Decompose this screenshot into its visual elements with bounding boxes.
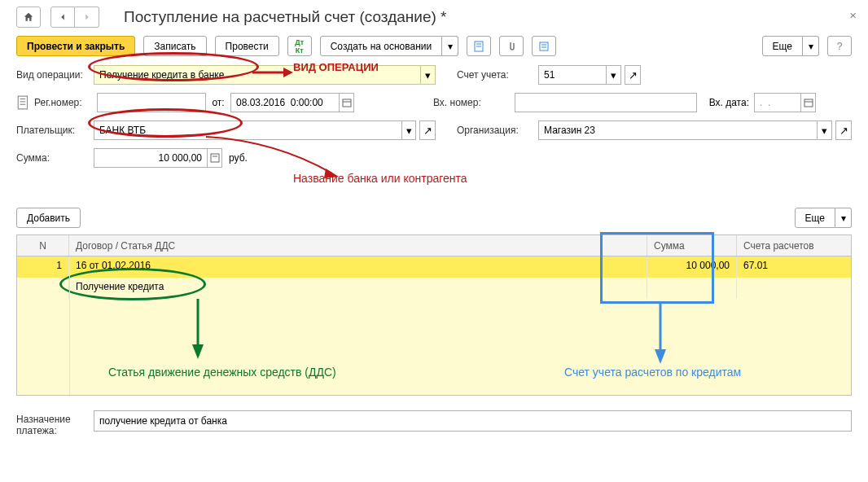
calendar-icon: [342, 98, 352, 107]
calendar-icon: [804, 98, 813, 107]
organization-open-button[interactable]: ↗: [835, 120, 852, 140]
svg-marker-22: [655, 349, 666, 364]
header-sum[interactable]: Сумма: [647, 235, 737, 256]
document-icon: [473, 41, 484, 52]
in-date-picker-button[interactable]: [801, 93, 816, 112]
organization-field[interactable]: [538, 120, 818, 140]
in-date-field[interactable]: [754, 93, 801, 112]
date-picker-button[interactable]: [340, 93, 354, 112]
dtkt-icon: ДтКт: [295, 38, 304, 55]
date-field[interactable]: [230, 93, 340, 112]
page-title: Поступление на расчетный счет (создание)…: [124, 8, 447, 26]
reg-number-label: Рег.номер:: [34, 97, 97, 108]
account-field[interactable]: [538, 65, 607, 85]
in-number-field[interactable]: [515, 93, 697, 112]
in-date-label: Вх. дата:: [697, 97, 754, 108]
calculator-icon: [210, 153, 220, 163]
home-icon: [23, 11, 34, 23]
annotation-credit-account: Счет учета расчетов по кредитам: [564, 366, 741, 379]
attach-button[interactable]: [499, 36, 524, 56]
annotation-bank: Название банка или контрагента: [293, 172, 467, 185]
organization-dropdown[interactable]: ▾: [818, 120, 832, 140]
more-dropdown[interactable]: ▾: [803, 36, 819, 56]
operation-type-dropdown[interactable]: ▾: [421, 65, 436, 85]
account-dropdown[interactable]: ▾: [607, 65, 621, 85]
svg-rect-14: [211, 154, 219, 162]
svg-rect-3: [540, 42, 548, 50]
cell-sum: 10 000,00: [647, 256, 737, 278]
payer-label: Плательщик:: [16, 125, 94, 136]
header-n[interactable]: N: [17, 235, 69, 256]
amount-calculator-button[interactable]: [208, 148, 222, 168]
create-based-dropdown[interactable]: ▾: [442, 36, 458, 56]
create-based-button[interactable]: Создать на основании: [320, 36, 443, 56]
post-button[interactable]: Провести: [215, 36, 279, 56]
purpose-label: Назначение платежа:: [16, 410, 94, 437]
more-button[interactable]: Еще: [762, 36, 803, 56]
payer-field[interactable]: [94, 120, 402, 140]
svg-rect-6: [18, 96, 27, 109]
from-label: от:: [206, 97, 230, 108]
svg-rect-12: [804, 99, 813, 107]
dtkt-button[interactable]: ДтКт: [287, 36, 312, 56]
payer-open-button[interactable]: ↗: [419, 120, 436, 140]
list-icon: [538, 41, 550, 52]
grid-more-dropdown[interactable]: ▾: [835, 208, 852, 228]
purpose-field[interactable]: [94, 410, 852, 432]
header-contract[interactable]: Договор / Статья ДДС: [69, 235, 647, 256]
account-open-button[interactable]: ↗: [625, 65, 641, 85]
operation-type-field[interactable]: [94, 65, 421, 85]
back-button[interactable]: [50, 7, 75, 28]
list-button[interactable]: [532, 36, 556, 56]
add-row-button[interactable]: Добавить: [16, 208, 81, 228]
payer-dropdown[interactable]: ▾: [402, 120, 417, 140]
annotation-dds: Статья движение денежных средств (ДДС): [108, 366, 336, 379]
grid-more-button[interactable]: Еще: [795, 208, 835, 228]
arrow-right-icon: [81, 11, 93, 23]
post-and-close-button[interactable]: Провести и закрыть: [16, 36, 135, 56]
grid: N Договор / Статья ДДС Сумма Счета расче…: [16, 234, 852, 396]
amount-field[interactable]: [94, 148, 208, 168]
svg-marker-18: [324, 169, 339, 178]
cell-contract: 16 от 01.02.2016: [69, 256, 647, 278]
svg-rect-10: [343, 99, 351, 107]
table-row[interactable]: 1 16 от 01.02.2016 10 000,00 67.01: [17, 256, 851, 278]
report-button[interactable]: [467, 36, 491, 56]
save-button[interactable]: Записать: [143, 36, 206, 56]
arrow-left-icon: [57, 11, 68, 23]
table-row[interactable]: Получение кредита: [17, 278, 851, 299]
help-button[interactable]: ?: [827, 36, 852, 56]
account-label: Счет учета:: [457, 69, 538, 81]
cell-n: 1: [17, 256, 69, 278]
amount-label: Сумма:: [16, 152, 94, 164]
currency-label: руб.: [229, 152, 248, 164]
close-button[interactable]: ×: [849, 8, 857, 22]
organization-label: Организация:: [457, 125, 538, 136]
header-accounts[interactable]: Счета расчетов: [737, 235, 851, 256]
document-icon: [16, 95, 31, 110]
svg-marker-20: [192, 344, 204, 359]
reg-number-field[interactable]: [97, 93, 206, 112]
paperclip-icon: [506, 41, 517, 52]
cell-account: 67.01: [737, 256, 851, 278]
operation-type-label: Вид операции:: [16, 69, 94, 81]
help-icon: ?: [837, 41, 843, 52]
forward-button[interactable]: [75, 7, 99, 28]
in-number-label: Вх. номер:: [433, 97, 515, 108]
home-button[interactable]: [16, 7, 41, 28]
cell-dds: Получение кредита: [69, 278, 647, 299]
